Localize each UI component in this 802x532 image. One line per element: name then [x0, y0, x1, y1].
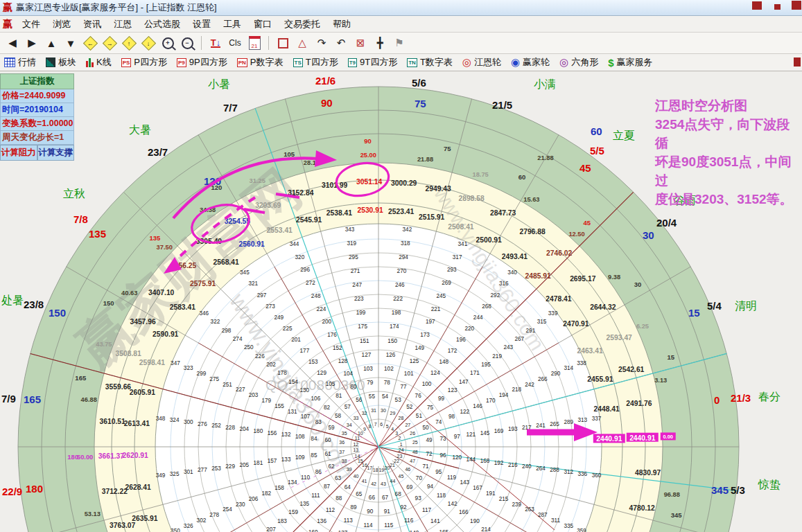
svg-text:345: 345: [671, 511, 683, 519]
svg-text:7: 7: [374, 422, 377, 427]
svg-text:2695.17: 2695.17: [570, 275, 595, 283]
menu-item-0[interactable]: 文件: [16, 17, 46, 32]
up-icon[interactable]: ▲: [43, 35, 60, 51]
svg-text:178: 178: [277, 370, 287, 376]
fn-9P四方形[interactable]: P99P四方形: [177, 56, 227, 69]
flag-icon[interactable]: ⚑: [391, 35, 408, 51]
menu-item-2[interactable]: 资讯: [77, 17, 107, 32]
svg-text:21.88: 21.88: [417, 156, 433, 163]
svg-text:2590.91: 2590.91: [152, 330, 178, 338]
svg-text:316: 316: [499, 281, 509, 287]
menu-bar: 赢 文件浏览资讯江恩公式选股设置工具窗口交易委托帮助: [0, 16, 802, 33]
svg-text:43: 43: [381, 481, 386, 486]
wheel-label-5/6: 5/6: [412, 77, 426, 89]
svg-text:3610.51: 3610.51: [100, 418, 125, 425]
cls-button[interactable]: Cls: [227, 35, 243, 51]
svg-text:183: 183: [277, 518, 287, 524]
menu-item-9[interactable]: 帮助: [326, 17, 357, 32]
rotate-ccw-icon[interactable]: ↶: [333, 35, 349, 51]
svg-text:2448.41: 2448.41: [594, 405, 620, 413]
svg-text:205: 205: [239, 462, 249, 468]
fn-江恩轮[interactable]: ◎江恩轮: [462, 56, 501, 69]
svg-text:173: 173: [420, 332, 430, 338]
toolbar-separator: [201, 36, 202, 50]
menu-item-1[interactable]: 浏览: [46, 17, 77, 32]
PS-badge-icon: PS: [121, 58, 132, 67]
calendar-icon[interactable]: 21: [246, 35, 263, 51]
svg-text:271: 271: [351, 268, 360, 274]
svg-text:135: 135: [299, 501, 309, 507]
wheel-label-21/6: 21/6: [315, 75, 335, 87]
move-cross-icon[interactable]: ╋: [372, 35, 388, 51]
fn-行情[interactable]: 行情: [4, 56, 36, 69]
fn-T四方形[interactable]: TST四方形: [293, 56, 338, 69]
menu-item-7[interactable]: 窗口: [247, 17, 278, 32]
svg-text:14: 14: [355, 454, 360, 459]
svg-text:274: 274: [233, 336, 243, 342]
fn-板块[interactable]: 板块: [46, 56, 76, 69]
svg-text:2620.91: 2620.91: [123, 452, 148, 459]
step-down-icon[interactable]: ↓: [140, 35, 157, 51]
info-row-0: 价格=2440.9099: [0, 89, 74, 103]
t-down-icon[interactable]: T↓: [207, 35, 224, 51]
svg-text:32: 32: [362, 411, 367, 416]
note-line: 环是90度3051点，中间过: [655, 152, 802, 190]
zoom-out-icon[interactable]: −: [179, 35, 195, 51]
zoom-in-icon[interactable]: +: [159, 35, 176, 51]
step-left-icon[interactable]: ←: [82, 35, 98, 51]
menu-item-8[interactable]: 交易委托: [278, 17, 326, 32]
triangle-tool-icon[interactable]: △: [294, 35, 311, 51]
svg-text:224: 224: [317, 306, 326, 312]
svg-text:65: 65: [356, 491, 363, 497]
svg-text:0.00: 0.00: [663, 434, 673, 440]
step-up-icon[interactable]: ↑: [121, 35, 137, 51]
calc-button-1[interactable]: 计算支撑: [37, 145, 75, 161]
fn-六角形[interactable]: ◎六角形: [559, 56, 598, 69]
fn-P数字表[interactable]: PNP数字表: [237, 56, 284, 69]
svg-text:3051.14: 3051.14: [356, 178, 382, 186]
square-tool-icon[interactable]: [274, 35, 291, 51]
svg-text:191: 191: [486, 490, 496, 497]
svg-text:176: 176: [327, 332, 337, 338]
svg-text:19: 19: [378, 468, 384, 472]
fn-K线[interactable]: K线: [86, 56, 112, 69]
fn-赢家轮[interactable]: ◉赢家轮: [511, 56, 550, 69]
svg-text:296: 296: [300, 267, 310, 273]
forward-icon[interactable]: ▶: [24, 35, 40, 51]
svg-text:5: 5: [386, 424, 389, 429]
svg-text:182: 182: [261, 490, 271, 497]
svg-text:2796.88: 2796.88: [519, 228, 545, 236]
step-right-icon[interactable]: →: [101, 35, 118, 51]
svg-text:2553.41: 2553.41: [267, 227, 293, 234]
svg-text:157: 157: [268, 458, 277, 464]
fn-T数字表[interactable]: TNT数字表: [407, 56, 453, 69]
svg-text:52: 52: [406, 404, 413, 410]
svg-text:34: 34: [347, 423, 352, 427]
svg-text:2568.41: 2568.41: [213, 258, 238, 266]
delete-box-icon[interactable]: ⊠: [352, 35, 369, 51]
wheel-label-7/7: 7/7: [223, 102, 238, 114]
rotate-cw-icon[interactable]: ↷: [313, 35, 330, 51]
calc-button-0[interactable]: 计算阻力: [0, 145, 37, 161]
svg-text:35: 35: [342, 431, 347, 436]
menu-item-6[interactable]: 工具: [217, 17, 247, 32]
svg-text:2542.61: 2542.61: [618, 366, 644, 373]
back-icon[interactable]: ◀: [4, 35, 21, 51]
kline-icon: [86, 57, 94, 67]
chart-area[interactable]: 赢家财富网www.yingjia360.comwww.yingjia360.co…: [0, 71, 802, 532]
fn-赢家服务[interactable]: $赢家服务: [608, 56, 652, 69]
fn-9T四方形[interactable]: T99T四方形: [348, 56, 398, 69]
down-icon[interactable]: ▼: [62, 35, 79, 51]
svg-text:88: 88: [335, 495, 342, 502]
menu-item-3[interactable]: 江恩: [107, 17, 138, 32]
svg-text:243: 243: [503, 344, 513, 351]
svg-text:12.50: 12.50: [568, 231, 584, 238]
svg-text:31.25: 31.25: [250, 177, 265, 184]
svg-text:42: 42: [371, 481, 376, 486]
svg-text:105: 105: [326, 381, 335, 387]
menu-item-5[interactable]: 设置: [186, 17, 217, 32]
svg-text:336: 336: [578, 471, 588, 477]
svg-text:108: 108: [295, 434, 305, 440]
menu-item-4[interactable]: 公式选股: [138, 17, 186, 32]
fn-P四方形[interactable]: PSP四方形: [121, 56, 167, 69]
